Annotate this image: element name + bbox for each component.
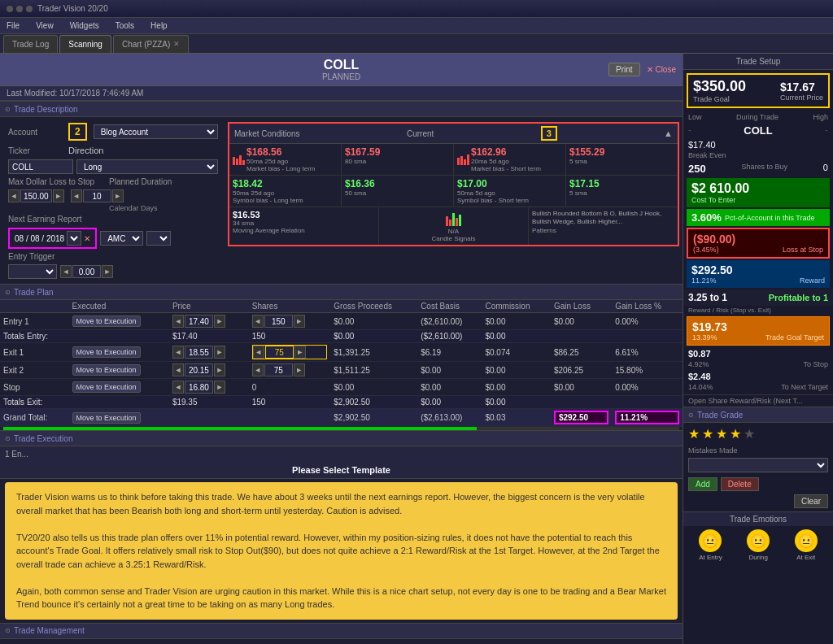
row-label-exit1: Exit 1: [0, 343, 69, 362]
grand-comm: $0.03: [482, 409, 550, 427]
e1p-inc[interactable]: ►: [214, 315, 225, 328]
entry1-price-stepper[interactable]: ◄ 17.40 ►: [172, 315, 246, 328]
emotion-face-exit[interactable]: 😐: [795, 529, 818, 552]
clear-button[interactable]: Clear: [794, 494, 828, 508]
tab-chart[interactable]: Chart (PZZA) ✕: [113, 35, 189, 53]
dot1: [7, 6, 13, 12]
price-sublabel-1: Market bias - Long term: [246, 165, 315, 172]
star-1[interactable]: ★: [688, 426, 700, 442]
mini-chart-1: [233, 154, 245, 165]
plan-header-row: Executed Price Shares Gross Proceeds Cos…: [0, 300, 683, 313]
planned-dur-label: Planned Duration: [109, 177, 172, 186]
star-4[interactable]: ★: [730, 426, 741, 442]
e1p-dec[interactable]: ◄: [172, 315, 184, 328]
direction-label: Direction: [68, 146, 117, 155]
grand-gain-highlight: $292.50: [554, 411, 608, 424]
execute-entry1[interactable]: Move to Execution: [72, 315, 141, 327]
menu-help[interactable]: Help: [147, 20, 171, 32]
earning-month-select[interactable]: [67, 231, 81, 246]
row-exec-stop: Move to Execution: [69, 379, 169, 396]
exit1-shares-stepper[interactable]: ◄ 75 ►: [252, 345, 328, 359]
menu-view[interactable]: View: [33, 20, 57, 32]
price-cell-1-content: $168.56 50ma 25d ago Market bias - Long …: [233, 146, 338, 172]
tab-scanning[interactable]: Scanning: [59, 35, 111, 53]
menu-file[interactable]: File: [3, 20, 23, 32]
entry-trigger-type[interactable]: [8, 264, 57, 279]
dur-dec[interactable]: ◄: [71, 189, 82, 202]
duration-stepper[interactable]: ◄ 10 ►: [71, 189, 124, 202]
totals-entry-label: Totals Entry:: [0, 330, 69, 343]
plan-toggle[interactable]: ⊙: [5, 289, 11, 296]
price-label-3: 20ma 5d ago: [471, 158, 541, 165]
add-button[interactable]: Add: [688, 477, 717, 491]
table-row: Entry 1 Move to Execution ◄ 17.40 ► ◄: [0, 313, 683, 330]
trigger-inc[interactable]: ►: [102, 265, 113, 278]
entry-trigger-stepper[interactable]: ◄ 0.00 ►: [60, 265, 113, 278]
row-price-stop: ◄ 16.80 ►: [169, 379, 249, 396]
loss-inc[interactable]: ►: [53, 189, 64, 202]
mistakes-select[interactable]: [688, 458, 828, 472]
totals-entry-gainpct: [612, 330, 683, 343]
emotion-face-entry[interactable]: 😐: [699, 529, 722, 552]
star-2[interactable]: ★: [702, 426, 713, 442]
window-controls[interactable]: [7, 6, 33, 12]
earning-date: 08 / 08 / 2018: [15, 234, 64, 243]
section-toggle[interactable]: ⊙: [5, 106, 11, 113]
exec-toggle[interactable]: ⊙: [5, 435, 11, 442]
exit1-price-stepper[interactable]: ◄ 18.55 ►: [172, 346, 246, 359]
ticker-label: Ticker: [8, 146, 65, 155]
grand-cost: ($2,613.00): [417, 409, 482, 427]
loss-dec[interactable]: ◄: [8, 189, 20, 202]
menu-tools[interactable]: Tools: [112, 20, 137, 32]
delete-button[interactable]: Delete: [721, 477, 759, 491]
row-cost-stop: $0.00: [417, 379, 482, 396]
entry-trigger-select[interactable]: [146, 231, 171, 246]
badge-2: 2: [68, 123, 87, 141]
exec-controls: 1 En...: [0, 446, 683, 462]
e1s-dec[interactable]: ◄: [252, 315, 264, 328]
execute-exit1[interactable]: Move to Execution: [72, 346, 141, 358]
emotion-during: 😐 During: [747, 529, 770, 561]
ratio-val: 3.25 to 1: [688, 292, 727, 303]
row-shares-exit1: ◄ 75 ►: [249, 343, 331, 362]
mgmt-toggle[interactable]: ⊙: [5, 627, 11, 634]
price-val-1: $168.56: [246, 146, 315, 158]
exit2-shares-stepper[interactable]: ◄ 75 ►: [252, 363, 328, 376]
goal-target-box: $19.73 13.39% Trade Goal Target: [687, 316, 830, 346]
stop-price-stepper[interactable]: ◄ 16.80 ►: [172, 381, 246, 394]
account-select[interactable]: Blog Account: [94, 124, 218, 139]
exit2-price-stepper[interactable]: ◄ 20.15 ►: [172, 363, 246, 376]
close-button[interactable]: ✕ Close: [647, 65, 676, 74]
star-3[interactable]: ★: [716, 426, 727, 442]
row-gross-entry1: $0.00: [330, 313, 417, 330]
price-cell-3-content: $162.96 20ma 5d ago Market bias - Short …: [457, 146, 562, 172]
loss-row: (3.45%) Loss at Stop: [693, 246, 823, 254]
e1s-inc[interactable]: ►: [294, 315, 305, 328]
execute-grand[interactable]: Move to Execution: [72, 412, 141, 424]
trigger-dec[interactable]: ◄: [60, 265, 72, 278]
earning-clear[interactable]: ✕: [84, 234, 90, 243]
tab-trade-log[interactable]: Trade Log: [3, 35, 58, 53]
totals-entry-price: $17.40: [169, 330, 249, 343]
totals-exit-gain: [551, 396, 612, 409]
trade-goal-box: $350.00 Trade Goal $17.67 Current Price: [687, 73, 830, 108]
ticker-input[interactable]: [8, 159, 73, 174]
execute-exit2[interactable]: Move to Execution: [72, 364, 141, 376]
earning-time-select[interactable]: AMC: [100, 231, 143, 246]
menu-widgets[interactable]: Widgets: [67, 20, 102, 32]
entry1-shares-stepper[interactable]: ◄ 150 ►: [252, 315, 328, 328]
reward-label: Reward: [800, 276, 825, 285]
grade-toggle[interactable]: ⊙: [688, 411, 694, 419]
max-loss-stepper[interactable]: ◄ 150.00 ►: [8, 189, 64, 202]
execute-stop[interactable]: Move to Execution: [72, 381, 141, 393]
star-5[interactable]: ★: [744, 426, 755, 442]
row-exec-exit1: Move to Execution: [69, 343, 169, 362]
menu-bar: File View Widgets Tools Help: [0, 18, 833, 34]
modified-bar: Last Modified: 10/17/2018 7:46:49 AM: [0, 86, 683, 101]
tab-chart-close[interactable]: ✕: [173, 40, 180, 48]
direction-select[interactable]: Long: [76, 159, 218, 174]
print-button[interactable]: Print: [608, 63, 640, 76]
emotion-face-during[interactable]: 😐: [747, 529, 770, 552]
dur-inc[interactable]: ►: [112, 189, 124, 202]
row-shares-entry1: ◄ 150 ►: [249, 313, 331, 330]
